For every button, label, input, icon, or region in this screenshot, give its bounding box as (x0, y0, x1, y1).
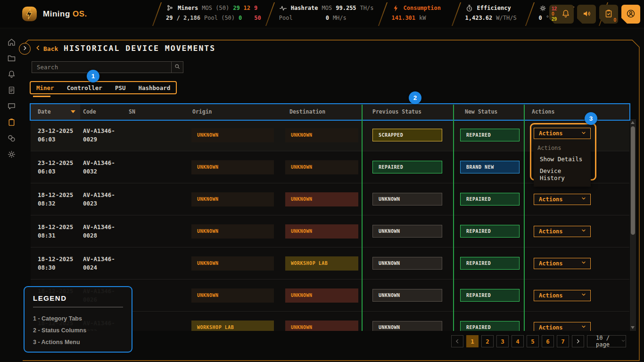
tab-controller[interactable]: Controller (67, 84, 102, 91)
menu-item-device-history[interactable]: Device History (534, 165, 591, 184)
tab-psu[interactable]: PSU (115, 84, 126, 91)
sidebar-item-bell[interactable] (5, 70, 17, 80)
tasks-count-badge: 0 (613, 17, 616, 23)
sidebar-item-settings[interactable] (5, 150, 17, 160)
code-suffix: 0024 (83, 264, 97, 272)
sidebar-item-folder[interactable] (5, 54, 17, 64)
column-header-code[interactable]: Code (80, 104, 126, 119)
column-header-previous-status[interactable]: Previous Status (362, 104, 454, 119)
cell-code: AV-A1346-0029 (80, 119, 126, 151)
speaker-icon (582, 9, 591, 20)
account-button[interactable] (621, 5, 640, 24)
settings-icon (7, 150, 16, 160)
topbar: Mining OS. MinersMOS (50)2912929/ 2,186P… (0, 0, 644, 28)
menu-item-show-details[interactable]: Show Details (534, 153, 591, 165)
scroll-up-arrow[interactable] (631, 121, 635, 124)
search-input[interactable] (32, 61, 172, 73)
page-size-select[interactable]: 10 / page (587, 335, 626, 347)
actions-dropdown-button[interactable]: Actions (534, 258, 591, 269)
scrollbar-thumb[interactable] (631, 126, 635, 235)
stat-value: / 2,186 (176, 15, 200, 21)
cell-destination: UNKNOWN (284, 119, 362, 151)
tab-hashboard[interactable]: Hashboard (138, 84, 170, 91)
folder-icon (7, 54, 16, 64)
column-header-sn[interactable]: SN (126, 104, 189, 119)
column-header-destination[interactable]: Destination (284, 104, 362, 119)
chat-icon (7, 102, 16, 112)
cell-previous-status: UNKNOWN (362, 312, 454, 331)
cell-origin: UNKNOWN (189, 151, 284, 183)
column-header-date[interactable]: Date (31, 104, 80, 119)
search-button[interactable] (172, 61, 183, 73)
prev-page-button[interactable] (451, 335, 463, 347)
column-header-label: Date (38, 108, 51, 115)
page-button-6[interactable]: 6 (542, 335, 554, 347)
tab-miner[interactable]: Miner (36, 84, 54, 91)
actions-dropdown-button-open[interactable]: Actions (534, 128, 591, 139)
sidebar-item-clipboard[interactable] (5, 118, 17, 128)
code-prefix: AV-A1346- (83, 127, 115, 135)
cell-previous-status: UNKNOWN (362, 183, 454, 215)
topbar-stats: MinersMOS (50)2912929/ 2,186Pool (50)050… (156, 0, 605, 28)
page-button-5[interactable]: 5 (527, 335, 539, 347)
chevron-right-icon (22, 45, 28, 52)
stat-value: 12 (244, 5, 250, 11)
sidebar-item-document[interactable] (5, 86, 17, 96)
cell-origin: UNKNOWN (189, 247, 284, 279)
actions-dropdown-button[interactable]: Actions (534, 290, 591, 301)
clipboard-icon (7, 118, 16, 128)
date-value: 18-12-2025 (38, 223, 73, 231)
tasks-button[interactable]: 0 (599, 5, 618, 24)
stat-value: 0 (239, 15, 242, 21)
page-button-3[interactable]: 3 (496, 335, 509, 347)
stat-value: 0 (539, 15, 542, 21)
stat-value: 99.255 (336, 5, 356, 11)
actions-dropdown-button[interactable]: Actions (534, 322, 591, 331)
notifications-button[interactable]: 12 0 29 (549, 5, 574, 24)
tokens-icon (7, 134, 16, 144)
column-header-label: Origin (192, 108, 212, 115)
cell-code: AV-A1346-0028 (80, 215, 126, 247)
scroll-down-arrow[interactable] (631, 326, 635, 329)
cell-date: 18-12-202508:31 (31, 215, 80, 247)
sidebar-item-tokens[interactable] (5, 134, 17, 144)
actions-dropdown-menu: Actions Show DetailsDevice History (534, 141, 591, 187)
page-button-4[interactable]: 4 (512, 335, 524, 347)
cell-actions: Actions (524, 183, 629, 215)
table-scrollbar[interactable] (630, 119, 636, 331)
page-button-2[interactable]: 2 (481, 335, 494, 347)
destination-badge: UNKNOWN (285, 288, 358, 303)
cell-date: 23-12-202506:03 (31, 151, 80, 183)
column-header-origin[interactable]: Origin (189, 104, 284, 119)
cell-new-status: REPAIRED (454, 312, 524, 331)
previous-status-badge: UNKNOWN (372, 193, 442, 206)
page-button-1[interactable]: 1 (466, 335, 479, 347)
previous-status-badge: SCRAPPED (372, 129, 442, 141)
search-bar (32, 61, 183, 73)
stat-value: 141.301 (392, 15, 416, 21)
brand-name: Mining OS. (43, 9, 87, 19)
page-button-7[interactable]: 7 (557, 335, 569, 347)
actions-dropdown-button[interactable]: Actions (534, 194, 591, 205)
stat-value: Pool (279, 15, 293, 21)
next-page-button[interactable] (572, 335, 584, 347)
sidebar-item-home[interactable] (5, 38, 17, 48)
home-icon (7, 38, 16, 48)
origin-badge: WORKSHOP LAB (191, 321, 274, 331)
date-value: 18-12-2025 (38, 255, 73, 263)
actions-dropdown-button[interactable]: Actions (534, 226, 591, 237)
destination-badge: UNKNOWN (285, 160, 358, 174)
cell-code: AV-A1346-0032 (80, 151, 126, 183)
back-button[interactable]: Back (35, 45, 58, 52)
active-tab-indicator (33, 96, 50, 97)
app-logo[interactable]: Mining OS. (0, 6, 156, 22)
sidebar-expand-button[interactable] (19, 43, 31, 55)
new-status-badge: REPAIRED (460, 225, 520, 238)
column-header-new-status[interactable]: New Status (454, 104, 524, 119)
sidebar-item-chat[interactable] (5, 102, 17, 112)
time-value: 08:32 (38, 200, 56, 207)
previous-status-badge: UNKNOWN (372, 289, 442, 302)
sound-button[interactable] (577, 5, 596, 24)
column-header-actions[interactable]: Actions (524, 104, 629, 119)
dropdown-group-label: Actions (534, 143, 591, 153)
